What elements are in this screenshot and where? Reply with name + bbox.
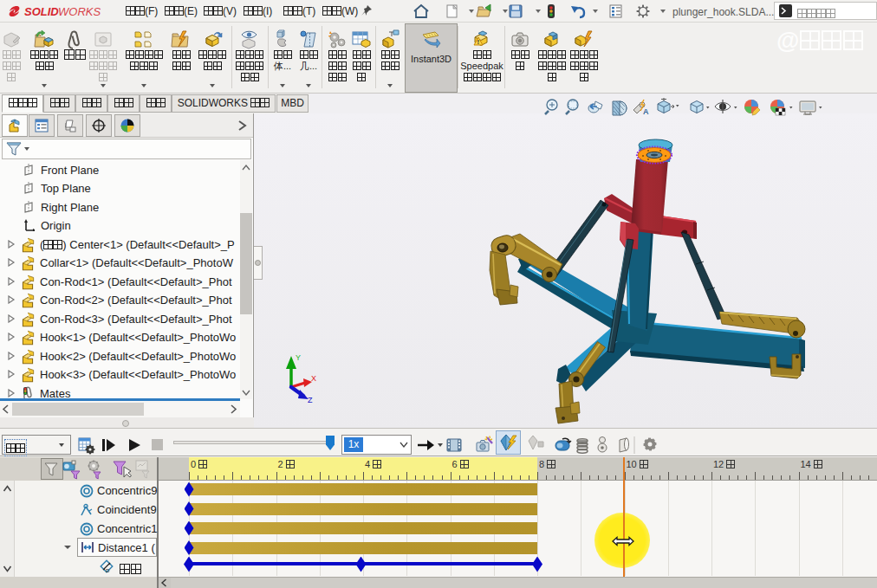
svg-text:X: X (311, 374, 316, 383)
svg-text:D: D (106, 568, 110, 573)
svg-text:Y: Y (296, 353, 301, 362)
svg-text:Z: Z (308, 396, 313, 404)
